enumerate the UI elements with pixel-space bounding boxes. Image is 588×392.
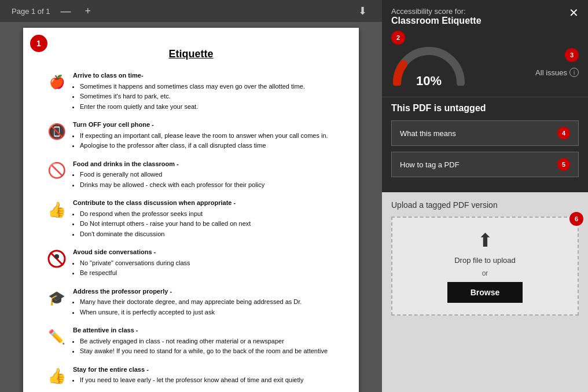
pdf-section-2: 📵 Turn OFF your cell phone - If expectin… (46, 120, 336, 151)
all-issues-label[interactable]: All issues i (535, 68, 579, 77)
bullet: Sometimes it happens and sometimes class… (80, 82, 336, 91)
bullet: No "private" conversations during class (80, 258, 336, 268)
untagged-section: This PDF is untagged What this means 4 H… (382, 97, 588, 192)
bullet: Many have their doctorate degree, and ma… (80, 297, 336, 307)
what-this-means-label: What this means (400, 129, 456, 138)
score-section: 2 10% 3 All issues i (382, 31, 588, 97)
section-bullets-7: Be actively engaged in class - not readi… (80, 336, 336, 356)
section-bullets-6: Many have their doctorate degree, and ma… (80, 297, 336, 317)
section-icon-7: ✏️ (46, 327, 67, 347)
pdf-page: 1 Etiquette 🍎 Arrive to class on time- S… (23, 28, 359, 392)
pdf-viewer: Page 1 of 1 — + ⬇ 1 Etiquette 🍎 Arrive t… (0, 0, 382, 392)
pdf-section-5: Avoud side conversations - No "private" … (46, 247, 336, 279)
all-issues-text: All issues (535, 68, 567, 77)
pdf-toolbar: Page 1 of 1 — + ⬇ (0, 0, 382, 22)
panel-header-info: Accessibility score for: Classroom Etiqu… (391, 7, 482, 26)
bullet: Do respond when the professor seeks inpu… (80, 209, 336, 219)
how-to-tag-label: How to tag a PDF (400, 160, 460, 169)
bullet: When unsure, it is perfectly accepted to… (80, 307, 336, 317)
score-percent: 10% (391, 74, 466, 89)
section-title-5: Avoud side conversations - (73, 247, 336, 257)
section-bullets-4: Do respond when the professor seeks inpu… (80, 209, 336, 239)
upload-title: Upload a tagged PDF version (391, 200, 579, 210)
pdf-section-6: 🎓 Address the professor properly - Many … (46, 287, 336, 318)
pdf-section-8: 👍 Stay for the entire class - If you nee… (46, 365, 336, 387)
badge-5: 5 (557, 158, 570, 171)
section-title-1: Arrive to class on time- (73, 71, 336, 80)
pdf-toolbar-left: Page 1 of 1 — + (12, 5, 94, 17)
pdf-content: 1 Etiquette 🍎 Arrive to class on time- S… (0, 22, 382, 392)
section-title-2: Turn OFF your cell phone - (73, 120, 336, 130)
section-icon-1: 🍎 (46, 72, 67, 93)
pdf-section-4: 👍 Contribute to the class discussion whe… (46, 198, 336, 239)
right-panel: Accessibility score for: Classroom Etiqu… (382, 0, 588, 392)
how-to-tag-button[interactable]: How to tag a PDF 5 (391, 152, 579, 177)
all-issues-section: 3 All issues i (535, 48, 579, 77)
section-title-4: Contribute to the class discussion when … (73, 198, 336, 208)
upload-icon: ⬆ (477, 229, 493, 251)
section-bullets-5: No "private" conversations during class … (80, 258, 336, 278)
section-title-6: Address the professor properly - (73, 287, 336, 296)
zoom-in-button[interactable]: + (82, 5, 95, 17)
browse-button[interactable]: Browse (447, 282, 523, 303)
zoom-out-button[interactable]: — (57, 5, 75, 17)
section-text-2: Turn OFF your cell phone - If expecting … (73, 120, 336, 151)
badge-4: 4 (557, 127, 570, 140)
untagged-title: This PDF is untagged (391, 103, 579, 113)
section-title-8: Stay for the entire class - (73, 365, 336, 375)
download-button[interactable]: ⬇ (355, 5, 370, 17)
bullet: Sometimes it's hard to park, etc. (80, 91, 336, 101)
section-bullets-2: If expecting an important call, please l… (80, 131, 336, 151)
upload-or: or (482, 269, 488, 277)
section-text-5: Avoud side conversations - No "private" … (73, 247, 336, 279)
gauge-container: 10% (391, 42, 466, 89)
badge-3: 3 (565, 48, 579, 62)
section-bullets-8: If you need to leave early - let the pro… (80, 375, 336, 385)
what-this-means-button[interactable]: What this means 4 (391, 120, 579, 146)
bullet: Apologise to the professor after class, … (80, 141, 336, 151)
section-title-3: Food and drinks in the classroom - (73, 159, 336, 169)
page-badge-1: 1 (30, 35, 47, 52)
section-icon-5 (46, 248, 67, 269)
pdf-section-1: 🍎 Arrive to class on time- Sometimes it … (46, 71, 336, 112)
bullet: Be actively engaged in class - not readi… (80, 336, 336, 346)
bullet: Drinks may be allowed - check with each … (80, 180, 336, 190)
close-button[interactable]: ✕ (569, 7, 579, 19)
section-icon-8: 👍 (46, 366, 67, 387)
how-to-tag-wrapper: How to tag a PDF 5 (391, 152, 579, 177)
bullet: Don't dominate the discussion (80, 229, 336, 239)
section-icon-2: 📵 (46, 121, 67, 142)
bullet: Do Not interrupt others - raise your han… (80, 219, 336, 229)
section-icon-4: 👍 (46, 199, 67, 220)
panel-header-title: Classroom Etiquette (391, 16, 482, 26)
section-text-4: Contribute to the class discussion when … (73, 198, 336, 239)
svg-point-2 (54, 254, 59, 259)
panel-header-subtitle: Accessibility score for: (391, 7, 482, 16)
section-text-3: Food and drinks in the classroom - Food … (73, 159, 336, 190)
section-bullets-3: Food is generally not allowed Drinks may… (80, 170, 336, 189)
section-text-7: Be attentive in class - Be actively enga… (73, 325, 336, 357)
svg-point-3 (399, 60, 407, 68)
section-text-6: Address the professor properly - Many ha… (73, 287, 336, 318)
section-icon-3: 🚫 (46, 160, 67, 181)
bullet: If you need to leave early - let the pro… (80, 375, 336, 385)
section-bullets-1: Sometimes it happens and sometimes class… (80, 82, 336, 112)
panel-header: Accessibility score for: Classroom Etiqu… (382, 0, 588, 31)
upload-dropzone[interactable]: 6 ⬆ Drop file to upload or Browse (391, 217, 579, 316)
pdf-section-7: ✏️ Be attentive in class - Be actively e… (46, 325, 336, 357)
what-this-means-wrapper: What this means 4 (391, 120, 579, 146)
bullet: Stay awake! If you need to stand for a w… (80, 346, 336, 356)
bullet: Be respectful (80, 268, 336, 278)
bullet: If expecting an important call, please l… (80, 131, 336, 141)
bullet: Food is generally not allowed (80, 170, 336, 179)
badge-6: 6 (569, 212, 583, 226)
section-text-1: Arrive to class on time- Sometimes it ha… (73, 71, 336, 112)
pdf-section-3: 🚫 Food and drinks in the classroom - Foo… (46, 159, 336, 190)
pdf-toolbar-center: ⬇ (355, 5, 370, 17)
section-text-8: Stay for the entire class - If you need … (73, 365, 336, 386)
pdf-title: Etiquette (46, 48, 336, 60)
upload-drop-label: Drop file to upload (454, 256, 516, 265)
section-title-7: Be attentive in class - (73, 325, 336, 335)
upload-section: Upload a tagged PDF version 6 ⬆ Drop fil… (382, 192, 588, 392)
info-icon[interactable]: i (569, 68, 579, 77)
